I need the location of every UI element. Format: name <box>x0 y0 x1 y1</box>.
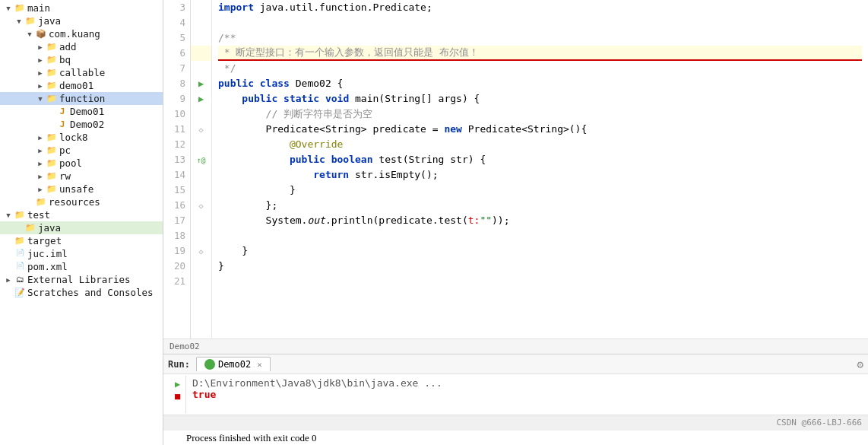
code-text: Demo02 { <box>290 76 343 91</box>
sidebar-item-main[interactable]: ▼ 📁 main <box>0 2 163 14</box>
gutter-run[interactable]: ▶ <box>191 76 211 91</box>
sidebar-item-target[interactable]: ▶ 📁 target <box>0 234 163 247</box>
code-text <box>218 91 242 106</box>
keyword: void <box>325 91 349 106</box>
code-text <box>319 91 325 106</box>
code-text <box>218 152 290 167</box>
sidebar-item-label: bq <box>59 54 71 65</box>
keyword: public <box>242 91 277 106</box>
sidebar-item-scratches[interactable]: ▶ 📝 Scratches and Consoles <box>0 286 163 299</box>
keyword: import <box>218 0 254 15</box>
sidebar-item-pool[interactable]: ▶ 📁 pool <box>0 157 163 170</box>
sidebar-item-pc[interactable]: ▶ 📁 pc <box>0 144 163 157</box>
folder-icon: 📁 <box>46 145 58 156</box>
library-icon: 🗂 <box>14 275 26 285</box>
sidebar-item-label: add <box>59 41 77 52</box>
code-line: Predicate<String> predicate = new Predic… <box>218 122 862 137</box>
expand-arrow: ▶ <box>3 237 14 245</box>
folder-icon: 📁 <box>46 171 58 182</box>
stop-button[interactable]: ■ <box>175 391 180 402</box>
play-button[interactable]: ▶ <box>175 379 180 389</box>
editor-gutter: ▶ ▶ ◇ ↑@ ◇ ◇ <box>191 0 212 339</box>
gutter-diamond: ◇ <box>191 198 211 213</box>
code-text: out <box>307 213 325 228</box>
code-area: 3 4 5 6 7 8 9 10 11 12 13 14 15 16 17 18… <box>163 0 868 339</box>
gutter-cell <box>191 259 211 274</box>
sidebar-item-bq[interactable]: ▶ 📁 bq <box>0 53 163 66</box>
keyword: boolean <box>331 152 373 167</box>
editor-filename-bar: Demo02 <box>163 339 868 354</box>
sidebar-item-external-libraries[interactable]: ▶ 🗂 External Libraries <box>0 273 163 286</box>
folder-icon: 📁 <box>46 94 58 104</box>
code-text: } <box>218 183 296 198</box>
code-text: )); <box>492 213 509 228</box>
sidebar-item-unsafe[interactable]: ▶ 📁 unsafe <box>0 183 163 195</box>
gutter-cell <box>191 15 211 30</box>
sidebar-item-label: pom.xml <box>27 261 68 272</box>
code-line: } <box>218 259 862 274</box>
expand-arrow: ▶ <box>35 82 46 90</box>
gutter-cell <box>191 106 211 122</box>
folder-icon: 📁 <box>46 68 58 78</box>
run-indicator <box>204 359 215 370</box>
sidebar-item-label: Demo01 <box>70 106 104 117</box>
code-editor: 3 4 5 6 7 8 9 10 11 12 13 14 15 16 17 18… <box>163 0 868 354</box>
gutter-run[interactable]: ▶ <box>191 91 211 106</box>
sidebar-item-java[interactable]: ▼ 📁 java <box>0 14 163 27</box>
gutter-cell <box>191 213 211 228</box>
string: "" <box>480 213 492 228</box>
process-line: Process finished with exit code 0 <box>163 430 868 445</box>
gutter-cell <box>191 167 211 183</box>
sidebar-item-lock8[interactable]: ▶ 📁 lock8 <box>0 131 163 144</box>
line-numbers: 3 4 5 6 7 8 9 10 11 12 13 14 15 16 17 18… <box>163 0 191 339</box>
sidebar-item-label: External Libraries <box>27 274 130 285</box>
sidebar-item-resources[interactable]: ▶ 📁 resources <box>0 195 163 208</box>
expand-arrow: ▶ <box>46 108 56 116</box>
sidebar-item-add[interactable]: ▶ 📁 add <box>0 40 163 53</box>
code-text <box>325 152 331 167</box>
expand-arrow: ▶ <box>3 250 14 258</box>
console-tab-demo02[interactable]: Demo02 ✕ <box>196 357 271 371</box>
console-true-value: true <box>192 389 216 400</box>
console-bottom-bar: CSDN @666-LBJ-666 <box>163 415 868 430</box>
expand-arrow: ▶ <box>35 173 46 180</box>
code-line: public static void main(String[] args) { <box>218 91 862 106</box>
console-panel: Run: Demo02 ✕ ⚙ ▶ ■ <box>163 354 868 445</box>
sidebar-item-callable[interactable]: ▶ 📁 callable <box>0 66 163 79</box>
code-line: @Override <box>218 137 862 152</box>
sidebar-item-Demo01[interactable]: ▶ J Demo01 <box>0 105 163 118</box>
java-file-icon: J <box>56 106 68 117</box>
close-icon[interactable]: ✕ <box>257 360 262 370</box>
sidebar-item-com-kuang[interactable]: ▼ 📦 com.kuang <box>0 27 163 40</box>
folder-icon: 📁 <box>46 55 58 65</box>
code-line: */ <box>218 61 862 76</box>
code-text: } <box>218 259 224 274</box>
code-text: Predicate<String> predicate = <box>218 122 444 137</box>
folder-icon: 📁 <box>35 197 47 208</box>
sidebar-item-java-test[interactable]: ▶ 📁 java <box>0 221 163 234</box>
code-line <box>218 15 862 30</box>
gutter-bookmark <box>191 46 211 61</box>
sidebar-item-pom-xml[interactable]: ▶ 📄 pom.xml <box>0 260 163 273</box>
sidebar-item-demo01[interactable]: ▶ 📁 demo01 <box>0 79 163 92</box>
expand-arrow: ▼ <box>3 5 14 12</box>
sidebar-item-label: test <box>27 209 50 221</box>
sidebar-item-label: resources <box>49 196 100 208</box>
console-tab-label: Demo02 <box>218 359 251 370</box>
folder-icon: 📁 <box>24 223 36 234</box>
code-line: /** <box>218 30 862 46</box>
sidebar-item-juc-iml[interactable]: ▶ 📄 juc.iml <box>0 247 163 260</box>
sidebar-item-rw[interactable]: ▶ 📁 rw <box>0 170 163 183</box>
sidebar-item-label: java <box>38 222 61 234</box>
console-cmd-text: D:\Environment\Java8\jdk8\bin\java.exe .… <box>192 377 442 389</box>
comment: /** <box>218 30 236 46</box>
sidebar-item-label: function <box>59 93 105 104</box>
sidebar-item-test[interactable]: ▼ 📁 test <box>0 208 163 221</box>
expand-arrow: ▶ <box>35 134 46 141</box>
console-settings-icon[interactable]: ⚙ <box>857 358 863 370</box>
sidebar-item-Demo02[interactable]: ▶ J Demo02 <box>0 118 163 131</box>
sidebar-item-function[interactable]: ▼ 📁 function <box>0 92 163 105</box>
console-output-true: true <box>192 389 856 400</box>
gutter-cell <box>191 183 211 198</box>
expand-arrow: ▼ <box>35 95 46 103</box>
